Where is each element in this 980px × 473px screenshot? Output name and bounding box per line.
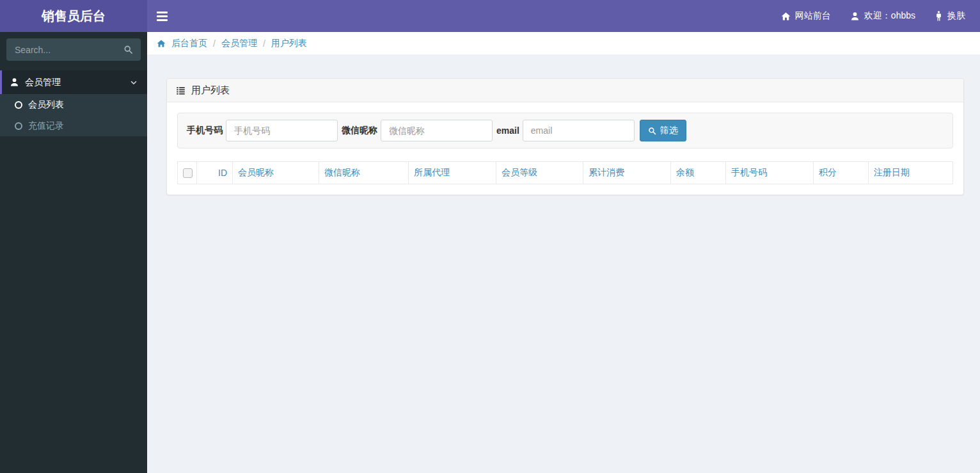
table-header-row: ID 会员昵称 微信昵称 所属代理 会员等级 累计消费 余额 手机号码 积分 注…: [178, 162, 953, 184]
sidebar-menu: 会员管理 会员列表 充值记录: [0, 70, 147, 136]
app-title: 销售员后台: [42, 8, 106, 25]
sidebar-search-input[interactable]: [6, 45, 115, 55]
panel-heading: 用户列表: [167, 79, 963, 102]
breadcrumb-item-member-management[interactable]: 会员管理: [221, 38, 257, 49]
app-logo[interactable]: 销售员后台: [0, 0, 147, 32]
search-icon: [648, 127, 656, 135]
nav-welcome-label: 欢迎：ohbbs: [864, 10, 915, 22]
column-header-wechat-nickname[interactable]: 微信昵称: [319, 162, 409, 184]
breadcrumb: 后台首页 / 会员管理 / 用户列表: [147, 32, 980, 54]
nav-site-frontend-link[interactable]: 网站前台: [771, 0, 841, 32]
nav-change-skin-link[interactable]: 换肤: [925, 0, 975, 32]
breadcrumb-item-user-list[interactable]: 用户列表: [271, 38, 307, 49]
column-header-member-nickname[interactable]: 会员昵称: [233, 162, 319, 184]
email-filter-input[interactable]: [523, 120, 635, 141]
column-header-agent[interactable]: 所属代理: [409, 162, 496, 184]
top-bar: 销售员后台 网站前台 欢迎：ohbbs 换肤: [0, 0, 980, 32]
nav-welcome-user[interactable]: 欢迎：ohbbs: [841, 0, 925, 32]
breadcrumb-separator: /: [213, 38, 216, 49]
nav-site-frontend-label: 网站前台: [795, 10, 831, 22]
filter-group-email: email: [496, 120, 635, 141]
main-wrapper: 会员管理 会员列表 充值记录: [0, 32, 980, 473]
email-filter-label: email: [496, 125, 519, 136]
sidebar-search-button[interactable]: [115, 38, 141, 61]
phone-filter-label: 手机号码: [187, 125, 223, 136]
list-icon: [176, 86, 186, 95]
column-header-points[interactable]: 积分: [814, 162, 869, 184]
wechat-filter-input[interactable]: [381, 120, 493, 141]
nav-change-skin-label: 换肤: [947, 10, 965, 22]
sidebar-subitem-label: 充值记录: [28, 120, 64, 132]
sidebar-subitem-label: 会员列表: [28, 99, 64, 111]
user-icon: [10, 77, 19, 87]
sidebar-item-label: 会员管理: [25, 77, 61, 88]
filter-group-phone: 手机号码: [187, 120, 338, 141]
navbar-right: 网站前台 欢迎：ohbbs 换肤: [771, 0, 980, 32]
navbar: 网站前台 欢迎：ohbbs 换肤: [147, 0, 980, 32]
column-header-total-spent[interactable]: 累计消费: [583, 162, 671, 184]
submenu-row: 充值记录: [0, 115, 147, 136]
select-all-checkbox[interactable]: [183, 168, 193, 178]
wechat-filter-label: 微信昵称: [342, 125, 377, 136]
column-header-register-date[interactable]: 注册日期: [869, 162, 953, 184]
sidebar-treeview-member-management: 会员管理 会员列表 充值记录: [0, 70, 147, 136]
panel-title: 用户列表: [191, 84, 230, 97]
home-icon: [781, 12, 791, 21]
sidebar-item-member-list[interactable]: 会员列表: [0, 94, 147, 115]
filter-group-wechat: 微信昵称: [342, 120, 493, 141]
select-all-cell: [178, 162, 197, 184]
user-icon: [850, 12, 860, 21]
column-header-balance[interactable]: 余额: [671, 162, 726, 184]
user-table: ID 会员昵称 微信昵称 所属代理 会员等级 累计消费 余额 手机号码 积分 注…: [177, 161, 953, 184]
filter-button-label: 筛选: [660, 125, 678, 136]
submenu-row: 会员列表: [0, 94, 147, 115]
column-header-member-level[interactable]: 会员等级: [496, 162, 583, 184]
sidebar-item-member-management[interactable]: 会员管理: [0, 70, 147, 94]
sidebar-item-recharge-records[interactable]: 充值记录: [0, 115, 147, 136]
sidebar-submenu: 会员列表 充值记录: [0, 94, 147, 136]
user-list-panel: 用户列表 手机号码 微信昵称 email: [166, 78, 964, 195]
content: 用户列表 手机号码 微信昵称 email: [147, 54, 980, 195]
breadcrumb-separator: /: [263, 38, 265, 49]
sidebar: 会员管理 会员列表 充值记录: [0, 32, 147, 473]
search-icon: [123, 45, 133, 54]
sidebar-toggle-button[interactable]: [147, 0, 177, 32]
column-header-id[interactable]: ID: [197, 162, 233, 184]
filter-form: 手机号码 微信昵称 email 筛选: [177, 113, 953, 148]
main-content-area: 后台首页 / 会员管理 / 用户列表 用户列表: [147, 32, 980, 473]
breadcrumb-item-dashboard[interactable]: 后台首页: [171, 38, 207, 49]
home-icon: [157, 39, 166, 48]
panel-body: 手机号码 微信昵称 email 筛选: [167, 102, 963, 195]
sidebar-search-box: [6, 38, 141, 61]
column-header-phone[interactable]: 手机号码: [726, 162, 814, 184]
hamburger-icon: [157, 12, 168, 13]
circle-o-icon: [15, 122, 22, 130]
chevron-down-icon: [130, 79, 138, 86]
circle-o-icon: [15, 101, 22, 109]
phone-filter-input[interactable]: [226, 120, 338, 141]
filter-submit-button[interactable]: 筛选: [640, 120, 686, 141]
person-icon: [935, 11, 943, 21]
